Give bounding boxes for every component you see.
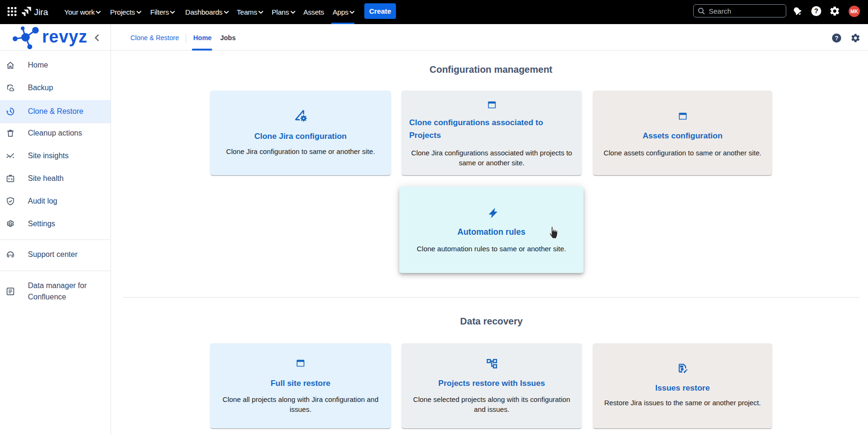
svg-text:?: ? <box>814 7 818 15</box>
svg-text:?: ? <box>835 35 839 42</box>
